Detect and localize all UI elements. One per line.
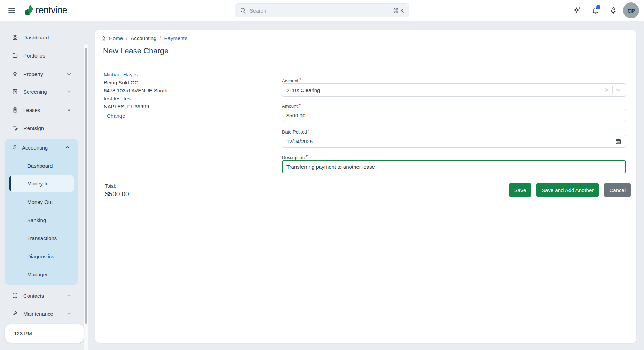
sidebar-item-label: Property: [23, 71, 43, 77]
sidebar-item-dashboard[interactable]: Dashboard: [0, 28, 84, 46]
sidebar-item-diagnostics[interactable]: Diagnostics: [5, 247, 78, 265]
selected-indicator-bar: [9, 175, 11, 192]
top-bar: rentvine ⌘ K: [0, 0, 644, 21]
total-section: Total: $500.00: [105, 183, 129, 198]
tenant-address-line: NAPLES, FL 39999: [104, 102, 250, 111]
sidebar-item-money-out[interactable]: Money Out: [5, 193, 78, 211]
sidebar-item-contacts[interactable]: Contacts: [0, 287, 84, 305]
calendar-icon[interactable]: [615, 138, 621, 144]
clear-icon[interactable]: [601, 88, 612, 92]
chevron-down-icon: [67, 108, 71, 112]
date-posted-field-group: Date Posted*: [282, 129, 626, 135]
sidebar-item-label: Screening: [23, 89, 47, 95]
sidebar-item-banking[interactable]: Banking: [5, 211, 78, 229]
date-posted-label: Date Posted: [282, 129, 307, 135]
wrench-icon: [12, 311, 19, 317]
sidebar-item-leases[interactable]: Leases: [0, 101, 84, 119]
sidebar-item-maintenance[interactable]: Maintenance: [0, 305, 84, 323]
sidebar-item-label: Maintenance: [23, 311, 53, 317]
notification-dot: [596, 5, 600, 9]
breadcrumb-separator: /: [126, 35, 127, 41]
sidebar-item-accounting[interactable]: $ Accounting: [5, 139, 78, 156]
clipboard-icon: [12, 107, 19, 113]
breadcrumb-payments-link[interactable]: Payments: [164, 35, 188, 41]
save-button[interactable]: Save: [509, 183, 531, 197]
amount-input-box[interactable]: [282, 109, 626, 122]
sidebar-item-accounting-dashboard[interactable]: Dashboard: [5, 157, 78, 175]
house-icon: [12, 71, 19, 77]
sidebar-item-screening[interactable]: Screening: [0, 83, 84, 101]
sidebar-scrollbar-thumb[interactable]: [85, 48, 87, 324]
sidebar-group-accounting: $ Accounting Dashboard Money In Money Ou…: [5, 139, 78, 285]
required-asterisk: *: [299, 77, 301, 83]
description-label: Description: [282, 155, 305, 160]
account-label: Account: [282, 78, 298, 83]
sidebar-item-label: Contacts: [23, 293, 44, 299]
sidebar-scrollbar-track[interactable]: [84, 44, 88, 350]
select-controls: [601, 86, 623, 94]
account-select-value[interactable]: [286, 87, 601, 93]
description-field-group: Description*: [282, 154, 626, 160]
required-asterisk: *: [299, 103, 301, 109]
sidebar-item-money-in[interactable]: Money In: [9, 175, 74, 192]
sidebar-item-property[interactable]: Property: [0, 65, 84, 83]
chevron-down-icon: [67, 294, 71, 298]
page-title: New Lease Charge: [103, 46, 168, 55]
signature-icon: [12, 125, 19, 131]
ai-sparkle-icon[interactable]: [573, 6, 581, 15]
cancel-button[interactable]: Cancel: [604, 183, 631, 197]
save-and-add-another-button[interactable]: Save and Add Another: [536, 183, 599, 197]
global-search[interactable]: ⌘ K: [235, 3, 409, 17]
account-select[interactable]: [282, 83, 626, 97]
tenant-name-link[interactable]: Michael Hayes: [104, 70, 250, 78]
logo-text: rentvine: [36, 5, 67, 16]
breadcrumb: Home / Accounting / Payments: [101, 35, 187, 41]
chevron-down-icon: [67, 90, 71, 94]
sidebar-item-rentsign[interactable]: Rentsign: [0, 119, 84, 137]
sidebar-item-manager[interactable]: Manager: [5, 265, 78, 283]
change-tenant-link[interactable]: Change: [107, 113, 125, 119]
breadcrumb-accounting: Accounting: [131, 35, 156, 41]
rocket-icon[interactable]: [609, 6, 618, 15]
chevron-down-icon[interactable]: [613, 88, 623, 92]
sidebar-item-label: Dashboard: [23, 35, 49, 40]
date-posted-input[interactable]: [286, 138, 615, 144]
breadcrumb-home-link[interactable]: Home: [109, 35, 123, 41]
amount-field-group: Amount*: [282, 103, 626, 109]
tenant-address-line: test test tes: [104, 94, 250, 102]
sidebar-item-label: Rentsign: [23, 125, 44, 131]
sidebar-item-transactions[interactable]: Transactions: [5, 229, 78, 247]
notifications-bell-icon[interactable]: [591, 6, 599, 15]
tenant-address-line: Being Sold OC: [104, 78, 250, 86]
tenant-info: Michael Hayes Being Sold OC 6478 103rd A…: [104, 70, 250, 119]
sidebar-item-portfolios[interactable]: Portfolios: [0, 46, 84, 64]
rentvine-logo[interactable]: rentvine: [24, 5, 67, 16]
date-posted-input-box[interactable]: [282, 135, 626, 148]
form-actions: Save Save and Add Another Cancel: [509, 183, 631, 197]
description-input[interactable]: [286, 164, 621, 170]
workspace-badge[interactable]: 123 PM: [5, 324, 84, 343]
main-content-card: Home / Accounting / Payments New Lease C…: [95, 30, 636, 343]
breadcrumb-separator: /: [159, 35, 161, 41]
dashboard-grid-icon: [12, 34, 19, 40]
dollar-icon: $: [13, 144, 22, 151]
hamburger-menu-icon[interactable]: [8, 7, 15, 14]
rentvine-leaf-icon: [24, 5, 33, 16]
chevron-up-icon: [65, 145, 70, 150]
folder-icon: [12, 52, 19, 59]
document-search-icon: [12, 89, 19, 95]
tenant-address-line: 6478 103rd AVENUE South: [104, 86, 250, 94]
user-avatar[interactable]: CP: [623, 2, 639, 18]
amount-label: Amount: [282, 104, 298, 109]
required-asterisk: *: [308, 129, 310, 135]
total-value: $500.00: [105, 190, 129, 198]
sidebar-nav: Dashboard Portfolios Property Screening …: [0, 21, 84, 350]
account-field-group: Account*: [282, 77, 626, 84]
description-input-box[interactable]: [282, 160, 626, 173]
amount-input[interactable]: [286, 113, 621, 119]
header-actions: CP: [573, 0, 639, 21]
search-input[interactable]: [250, 8, 390, 14]
book-icon: [12, 292, 19, 299]
chevron-down-icon: [67, 312, 71, 316]
chevron-down-icon: [67, 72, 71, 76]
